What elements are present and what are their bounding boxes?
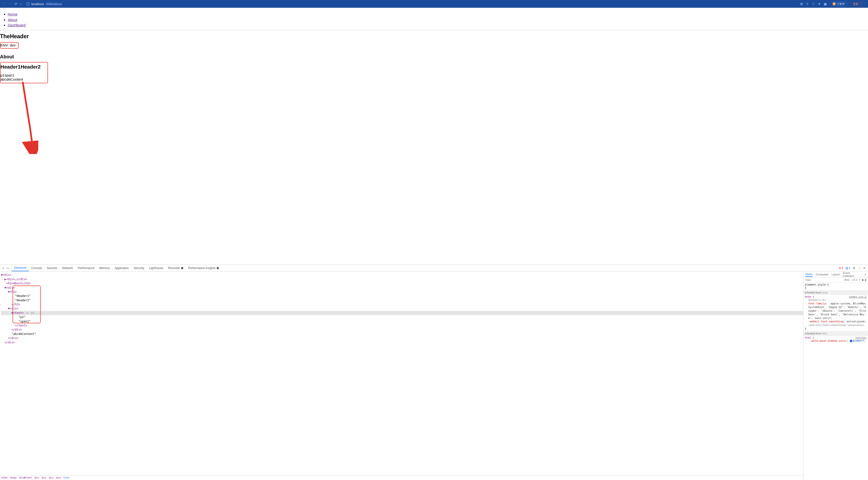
- dom-text[interactable]: "span1": [1, 320, 31, 323]
- dom-node[interactable]: </div>: [1, 341, 15, 344]
- avatar-icon: 宋: [832, 2, 836, 6]
- update-pill[interactable]: 更新 ⋮: [850, 2, 865, 6]
- dom-text[interactable]: "p1": [1, 315, 25, 319]
- crumb-div[interactable]: div: [42, 476, 46, 479]
- cls-toggle[interactable]: .cls: [851, 278, 858, 281]
- dom-node[interactable]: ▼<div>: [1, 286, 15, 289]
- gutter-collapse-icon[interactable]: ⋯: [0, 303, 2, 306]
- dom-node[interactable]: ▼<h2>: [1, 290, 17, 293]
- dom-node[interactable]: </div>: [1, 328, 22, 331]
- dom-node[interactable]: <h2>About</h2>: [1, 282, 31, 285]
- source-link[interactable]: index.css:1: [849, 295, 867, 298]
- error-count-badge[interactable]: ⊘3: [839, 266, 843, 270]
- more-menu-icon[interactable]: ⋮: [858, 266, 861, 270]
- home-icon[interactable]: ⌂: [20, 2, 22, 6]
- browser-toolbar: ← → ⟳ ⌂ i localhost:3000/about ⊞ ⇧ ☆ ✦ ▣…: [0, 0, 868, 8]
- site-info-icon[interactable]: i: [26, 2, 30, 6]
- dom-breadcrumb[interactable]: html body div#root div div div div text: [0, 475, 803, 480]
- dom-text[interactable]: "Header2": [1, 298, 31, 302]
- tab-console[interactable]: Console: [29, 265, 44, 271]
- styles-tab-computed[interactable]: Computed: [816, 273, 828, 276]
- element-style-rule[interactable]: element.style {: [805, 283, 867, 286]
- dom-text[interactable]: "Header1": [1, 294, 31, 298]
- crumb-root[interactable]: div#root: [19, 476, 32, 479]
- new-rule-icon[interactable]: +: [859, 278, 861, 281]
- dom-selected-marker: == $0: [24, 311, 34, 315]
- rule-close: }: [805, 327, 867, 330]
- more-tabs-icon[interactable]: »: [864, 273, 866, 276]
- translate-icon[interactable]: ⊞: [800, 2, 803, 6]
- css-decl-webkit-smoothing[interactable]: -webkit-font-smoothing: antialiased;: [805, 320, 867, 324]
- styles-tab-events[interactable]: Event Listeners: [843, 271, 861, 277]
- tab-elements[interactable]: Elements: [12, 265, 29, 271]
- settings-gear-icon[interactable]: ⚙: [853, 266, 856, 270]
- css-decl-antd-wave[interactable]: --antd-wave-shadow-color: #1966ff;: [805, 339, 867, 343]
- p1span1-text: p1span1: [0, 73, 41, 77]
- tab-recorder[interactable]: Recorder ⬣: [166, 265, 186, 271]
- back-icon[interactable]: ←: [3, 2, 6, 6]
- devtools-panel: ⌖ ▭ Elements Console Sources Network Per…: [0, 264, 868, 480]
- html-selector[interactable]: html {: [805, 336, 814, 339]
- styles-tab-layout[interactable]: Layout: [832, 273, 840, 276]
- dom-node[interactable]: ▼<div>: [1, 273, 11, 277]
- url-host: localhost: [31, 2, 43, 6]
- side-panel-icon[interactable]: ▣: [824, 2, 827, 6]
- extensions-puzzle-icon[interactable]: ✦: [818, 2, 821, 6]
- styles-tabbar: Styles Computed Layout Event Listeners »: [803, 271, 868, 277]
- tab-perf-insights[interactable]: Performance insights ⬣: [186, 265, 221, 271]
- nav-link-about[interactable]: About: [8, 18, 17, 22]
- css-decl-moz-smoothing[interactable]: -moz-osx-font-smoothing: grayscale;: [805, 324, 867, 327]
- inherited-from-body: Inherited from body: [803, 290, 868, 295]
- profile-paused-pill[interactable]: 宋 已暂停: [830, 2, 847, 6]
- close-devtools-icon[interactable]: ✕: [863, 266, 866, 270]
- dom-node[interactable]: </h2>: [1, 303, 20, 306]
- color-swatch-icon[interactable]: [850, 340, 852, 342]
- sidebar-toggle-icon[interactable]: ◧: [865, 278, 867, 281]
- hov-toggle[interactable]: :hov: [843, 278, 849, 281]
- styles-tab-styles[interactable]: Styles: [805, 273, 812, 277]
- dom-node[interactable]: ▼<div>: [1, 307, 19, 310]
- tab-application[interactable]: Application: [112, 265, 131, 271]
- inspect-element-icon[interactable]: ⌖: [2, 266, 4, 270]
- nav-list: Home About Dashboard: [0, 12, 868, 28]
- share-icon[interactable]: ⇧: [806, 2, 809, 6]
- tab-lighthouse[interactable]: Lighthouse: [147, 265, 166, 271]
- tab-security[interactable]: Security: [131, 265, 147, 271]
- tab-network[interactable]: Network: [60, 265, 75, 271]
- crumb-body[interactable]: body: [10, 476, 17, 479]
- nav-link-home[interactable]: Home: [8, 12, 18, 16]
- dom-node-selected[interactable]: ▼<text>: [1, 311, 24, 315]
- css-decl-margin[interactable]: margin:▸ 0;: [805, 298, 867, 302]
- crumb-div[interactable]: div: [56, 476, 61, 479]
- tab-memory[interactable]: Memory: [97, 265, 112, 271]
- body-selector[interactable]: body {: [805, 295, 814, 298]
- nav-link-dashboard[interactable]: Dashboard: [8, 23, 25, 27]
- bookmark-star-icon[interactable]: ☆: [812, 2, 815, 6]
- devtools-tabbar: ⌖ ▭ Elements Console Sources Network Per…: [0, 265, 868, 271]
- content-annotation-box: Header1Header2 p1span1 abcdeContent: [0, 62, 48, 83]
- crumb-div[interactable]: div: [34, 476, 39, 479]
- styles-rules: element.style { } Inherited from body bo…: [803, 283, 868, 344]
- tab-performance[interactable]: Performance: [75, 265, 97, 271]
- info-count-badge[interactable]: ▤1: [845, 266, 850, 270]
- css-decl-font-family[interactable]: font-family: -apple-system, BlinkMacSyst…: [805, 302, 867, 320]
- tab-sources[interactable]: Sources: [44, 265, 60, 271]
- dom-node[interactable]: ▶<div>…</div>: [1, 278, 27, 281]
- reload-icon[interactable]: ⟳: [14, 2, 18, 6]
- dom-tree[interactable]: ⋯ ▼<div> ▶<div>…</div> <h2>About</h2> ▼<…: [0, 271, 803, 475]
- forward-icon[interactable]: →: [9, 2, 12, 6]
- source-link-style[interactable]: <style>: [856, 336, 867, 339]
- dom-node[interactable]: </text>: [1, 324, 27, 327]
- dom-text[interactable]: "abcdeContent": [1, 332, 36, 335]
- crumb-html[interactable]: html: [1, 476, 8, 479]
- abcde-content-text: abcdeContent: [0, 77, 41, 82]
- computed-box-icon[interactable]: ▣: [862, 278, 864, 281]
- crumb-div[interactable]: div: [49, 476, 54, 479]
- url-path: :3000/about: [45, 2, 62, 6]
- dom-node[interactable]: </div>: [1, 337, 19, 340]
- styles-filter-input[interactable]: [805, 278, 842, 282]
- crumb-text[interactable]: text: [63, 476, 70, 479]
- paused-label: 已暂停: [837, 2, 845, 6]
- device-toggle-icon[interactable]: ▭: [6, 266, 9, 270]
- address-bar[interactable]: i localhost:3000/about: [26, 2, 62, 6]
